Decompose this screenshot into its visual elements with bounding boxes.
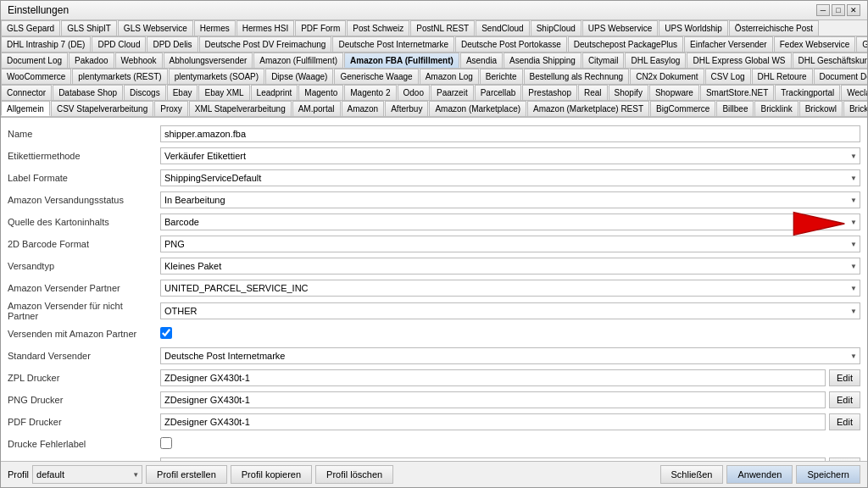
minimize-button[interactable]: ─	[816, 4, 830, 16]
versandtyp-select[interactable]: Kleines Paket	[160, 258, 860, 274]
tab-citymail[interactable]: Citymail	[582, 53, 625, 68]
fehlerlabel-drucker-edit-button[interactable]: Edit	[829, 458, 860, 461]
tab-dpd-delis[interactable]: DPD Delis	[147, 36, 198, 52]
png-drucker-edit-button[interactable]: Edit	[829, 391, 860, 408]
maximize-button[interactable]: □	[832, 4, 845, 16]
tab-ebay-xml[interactable]: Ebay XML	[198, 85, 249, 100]
subtab-amazon-marketplace[interactable]: Amazon (Marketplace)	[429, 101, 526, 116]
name-input[interactable]	[160, 125, 860, 142]
tab-connector[interactable]: Connector	[1, 85, 52, 100]
tab-ups-worldship[interactable]: UPS Worldship	[659, 20, 728, 36]
subtab-amazon-marketplace-rest[interactable]: Amazon (Marketplace) REST	[527, 101, 649, 116]
tab-sendcloud[interactable]: SendCloud	[476, 20, 529, 36]
tab-pdf-form[interactable]: PDF Form	[295, 20, 346, 36]
tab-magento2[interactable]: Magento 2	[344, 85, 396, 100]
profil-erstellen-button[interactable]: Profil erstellen	[146, 465, 227, 484]
tab-dpd-cloud[interactable]: DPD Cloud	[92, 36, 146, 52]
drucke-fehlerlabel-checkbox[interactable]	[160, 437, 172, 449]
tab-dhl-retoure[interactable]: DHL Retoure	[752, 69, 813, 84]
subtab-afterbuy[interactable]: Afterbuy	[385, 101, 428, 116]
subtab-billbee[interactable]: Billbee	[716, 101, 754, 116]
tab-webhook[interactable]: Webhook	[115, 53, 163, 68]
tab-gls-webservice[interactable]: GLS Webservice	[118, 20, 193, 36]
tab-gel-express[interactable]: GEL Express	[856, 36, 867, 52]
tab-pakadoo[interactable]: Pakadoo	[69, 53, 114, 68]
subtab-bricklink[interactable]: Bricklink	[754, 101, 798, 116]
tab-real[interactable]: Real	[578, 85, 608, 100]
subtab-allgemein[interactable]: Allgemein	[1, 101, 50, 116]
quelle-select[interactable]: Barcode	[160, 214, 860, 230]
tab-magento[interactable]: Magento	[298, 85, 343, 100]
profil-loeschen-button[interactable]: Profil löschen	[315, 465, 393, 484]
subtab-amazon[interactable]: Amazon	[342, 101, 385, 116]
anwenden-button[interactable]: Anwenden	[726, 465, 793, 484]
tab-shopware[interactable]: Shopware	[649, 85, 699, 100]
etikettiermethode-select[interactable]: Verkäufer Etikettiert	[160, 147, 860, 164]
tab-plentymarkets-rest[interactable]: plentymarkets (REST)	[72, 69, 167, 84]
tab-shipcloud[interactable]: ShipCloud	[531, 20, 581, 36]
fehlerlabel-drucker-input[interactable]	[160, 458, 826, 461]
tab-weclapp[interactable]: Weclapp	[841, 85, 867, 100]
subtab-proxy[interactable]: Proxy	[154, 101, 188, 116]
tab-document-downloader[interactable]: Document Downloader	[814, 69, 867, 84]
speichern-button[interactable]: Speichern	[796, 465, 860, 484]
tab-database-shop[interactable]: Database Shop	[53, 85, 123, 100]
tab-berichte[interactable]: Berichte	[480, 69, 523, 84]
versender-nichtpartner-select[interactable]: OTHER	[160, 302, 860, 319]
tab-asendia[interactable]: Asendia	[460, 53, 503, 68]
tab-odoo[interactable]: Odoo	[398, 85, 430, 100]
tab-amazon-log[interactable]: Amazon Log	[420, 69, 479, 84]
tab-dhl-geschaeftskunden[interactable]: DHL Geschäftskundenversand	[793, 53, 867, 68]
tab-dp-packageplus[interactable]: Deutschepost PackagePlus	[568, 36, 683, 52]
tab-dp-freimachung[interactable]: Deutsche Post DV Freimachung	[199, 36, 332, 52]
tab-oesterreichische-post[interactable]: Österreichische Post	[729, 20, 819, 36]
tab-smartstore[interactable]: SmartStore.NET	[700, 85, 774, 100]
close-button[interactable]: ✕	[847, 4, 860, 16]
tab-einfacher-versender[interactable]: Einfacher Versender	[684, 36, 773, 52]
subtab-brickowl[interactable]: Brickowl	[799, 101, 843, 116]
tab-ebay[interactable]: Ebay	[167, 85, 198, 100]
tab-discogs[interactable]: Discogs	[124, 85, 166, 100]
standard-versender-select[interactable]: Deutsche Post Internetmarke	[160, 347, 860, 364]
profil-kopieren-button[interactable]: Profil kopieren	[231, 465, 312, 484]
subtab-brickscout[interactable]: Brickscout	[843, 101, 867, 116]
tab-prestashop[interactable]: Prestashop	[522, 85, 577, 100]
tab-dp-internetmarke[interactable]: Deutsche Post Internetmarke	[332, 36, 454, 52]
tab-woocommerce[interactable]: WooCommerce	[1, 69, 71, 84]
tab-gls-shipit[interactable]: GLS ShipIT	[61, 20, 117, 36]
subtab-csv-stapel[interactable]: CSV Stapelverarbeitung	[51, 101, 153, 116]
tab-hermes-hsi[interactable]: Hermes HSI	[236, 20, 294, 36]
tab-abholungsversender[interactable]: Abholungsversender	[164, 53, 253, 68]
tab-dipse[interactable]: Dipse (Waage)	[265, 69, 333, 84]
barcode-select[interactable]: PNG	[160, 236, 860, 252]
tab-leadprint[interactable]: Leadprint	[251, 85, 298, 100]
profile-select[interactable]: default	[32, 465, 142, 484]
tab-post-schweiz[interactable]: Post Schweiz	[347, 20, 409, 36]
subtab-bigcommerce[interactable]: BigCommerce	[650, 101, 715, 116]
zpl-drucker-edit-button[interactable]: Edit	[829, 369, 860, 386]
tab-csv-log[interactable]: CSV Log	[705, 69, 751, 84]
tab-dhl-easylog[interactable]: DHL Easylog	[625, 53, 686, 68]
tab-hermes[interactable]: Hermes	[194, 20, 236, 36]
tab-paarzeit[interactable]: Paarzeit	[431, 85, 474, 100]
tab-asendia-shipping[interactable]: Asendia Shipping	[504, 53, 581, 68]
tab-parcellab[interactable]: Parcellab	[475, 85, 522, 100]
pdf-drucker-edit-button[interactable]: Edit	[829, 413, 860, 430]
tab-gls-gepard[interactable]: GLS Gepard	[1, 20, 60, 36]
tab-document-log[interactable]: Document Log	[1, 53, 68, 68]
labelformat-select[interactable]: ShippingServiceDefault	[160, 169, 860, 186]
tab-bestellung-rechnung[interactable]: Bestellung als Rechnung	[524, 69, 630, 84]
versender-partner-select[interactable]: UNITED_PARCEL_SERVICE_INC	[160, 280, 860, 297]
versandstatus-select[interactable]: In Bearbeitung	[160, 191, 860, 208]
tab-shopify[interactable]: Shopify	[609, 85, 648, 100]
tab-dp-portokasse[interactable]: Deutsche Post Portokasse	[455, 36, 567, 52]
versenden-partner-checkbox[interactable]	[160, 327, 172, 339]
tab-ups-webservice[interactable]: UPS Webservice	[582, 20, 658, 36]
subtab-amportal[interactable]: AM.portal	[292, 101, 341, 116]
pdf-drucker-input[interactable]	[160, 413, 826, 430]
png-drucker-input[interactable]	[160, 391, 826, 408]
tab-amazon-fba[interactable]: Amazon FBA (Fulfillment)	[344, 53, 459, 68]
tab-trackingportal[interactable]: Trackingportal	[775, 85, 840, 100]
subtab-xml-stapel[interactable]: XML Stapelverarbeitung	[189, 101, 292, 116]
tab-fedex[interactable]: Fedex Webservice	[774, 36, 856, 52]
